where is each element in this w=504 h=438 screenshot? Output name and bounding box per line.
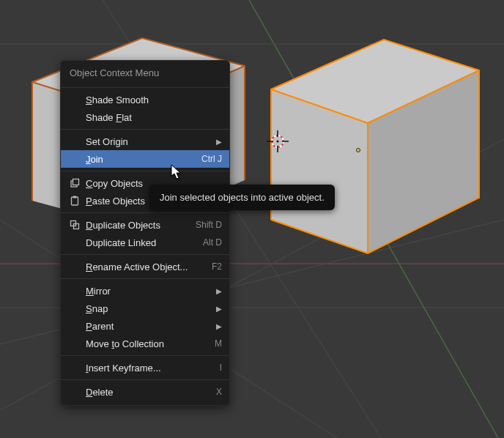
- menu-item-shortcut: I: [220, 363, 222, 373]
- menu-item-shortcut: Shift D: [196, 220, 222, 230]
- cube-object-right[interactable]: [245, 25, 494, 276]
- menu-item-label: Mirror: [86, 286, 212, 297]
- menu-item-shortcut: X: [216, 387, 222, 397]
- svg-rect-24: [73, 196, 76, 198]
- menu-item-parent[interactable]: Parent ▶: [61, 317, 229, 335]
- submenu-arrow-icon: ▶: [216, 305, 222, 313]
- duplicate-icon: [68, 219, 81, 231]
- spacer-icon: [68, 111, 81, 123]
- menu-item-duplicate-objects[interactable]: Duplicate Objects Shift D: [61, 216, 229, 234]
- menu-item-label: Shade Flat: [86, 112, 222, 123]
- spacer-icon: [68, 261, 81, 272]
- spacer-icon: [68, 94, 81, 105]
- menu-item-label: Delete: [86, 387, 212, 398]
- menu-item-shortcut: Alt D: [203, 237, 222, 248]
- spacer-icon: [68, 285, 81, 297]
- submenu-arrow-icon: ▶: [216, 322, 222, 330]
- menu-item-label: Move to Collection: [86, 338, 210, 349]
- menu-item-rename[interactable]: Rename Active Object... F2: [61, 258, 229, 275]
- submenu-arrow-icon: ▶: [216, 138, 222, 146]
- menu-item-mirror[interactable]: Mirror ▶: [61, 282, 229, 300]
- tooltip: Join selected objects into active object…: [149, 185, 335, 210]
- copy-icon: [68, 177, 81, 189]
- menu-item-label: Snap: [86, 303, 212, 314]
- menu-title: Object Context Menu: [61, 61, 229, 84]
- spacer-icon: [68, 136, 81, 147]
- svg-rect-22: [73, 179, 79, 185]
- spacer-icon: [68, 320, 81, 332]
- menu-item-snap[interactable]: Snap ▶: [61, 300, 229, 317]
- menu-item-move-to-collection[interactable]: Move to Collection M: [61, 335, 229, 352]
- submenu-arrow-icon: ▶: [216, 287, 222, 295]
- menu-item-delete[interactable]: Delete X: [61, 383, 229, 401]
- object-context-menu: Object Context Menu Shade Smooth Shade F…: [60, 60, 230, 406]
- menu-item-label: Duplicate Objects: [86, 220, 191, 231]
- spacer-icon: [68, 338, 81, 349]
- menu-item-label: Rename Active Object...: [86, 261, 207, 272]
- spacer-icon: [68, 237, 81, 248]
- spacer-icon: [68, 302, 81, 314]
- spacer-icon: [68, 362, 81, 374]
- menu-item-label: Duplicate Linked: [86, 237, 199, 248]
- menu-item-shade-smooth[interactable]: Shade Smooth: [61, 91, 229, 108]
- menu-item-shortcut: Ctrl J: [201, 154, 222, 164]
- menu-item-shade-flat[interactable]: Shade Flat: [61, 108, 229, 126]
- menu-item-insert-keyframe[interactable]: Insert Keyframe... I: [61, 359, 229, 376]
- spacer-icon: [68, 153, 81, 165]
- object-origin-dot: [356, 148, 360, 152]
- menu-item-duplicate-linked[interactable]: Duplicate Linked Alt D: [61, 234, 229, 251]
- menu-item-label: Shade Smooth: [86, 94, 222, 105]
- viewport-3d[interactable]: Object Context Menu Shade Smooth Shade F…: [0, 0, 504, 438]
- paste-icon: [68, 195, 81, 207]
- menu-item-shortcut: M: [215, 338, 222, 349]
- menu-item-label: Join: [86, 154, 197, 165]
- menu-item-shortcut: F2: [212, 261, 222, 272]
- menu-item-join[interactable]: Join Ctrl J: [61, 150, 229, 168]
- menu-item-label: Parent: [86, 321, 212, 332]
- menu-item-label: Set Origin: [86, 136, 212, 147]
- svg-rect-23: [72, 197, 78, 205]
- menu-item-label: Insert Keyframe...: [86, 363, 215, 374]
- spacer-icon: [68, 386, 81, 398]
- menu-item-set-origin[interactable]: Set Origin ▶: [61, 133, 229, 150]
